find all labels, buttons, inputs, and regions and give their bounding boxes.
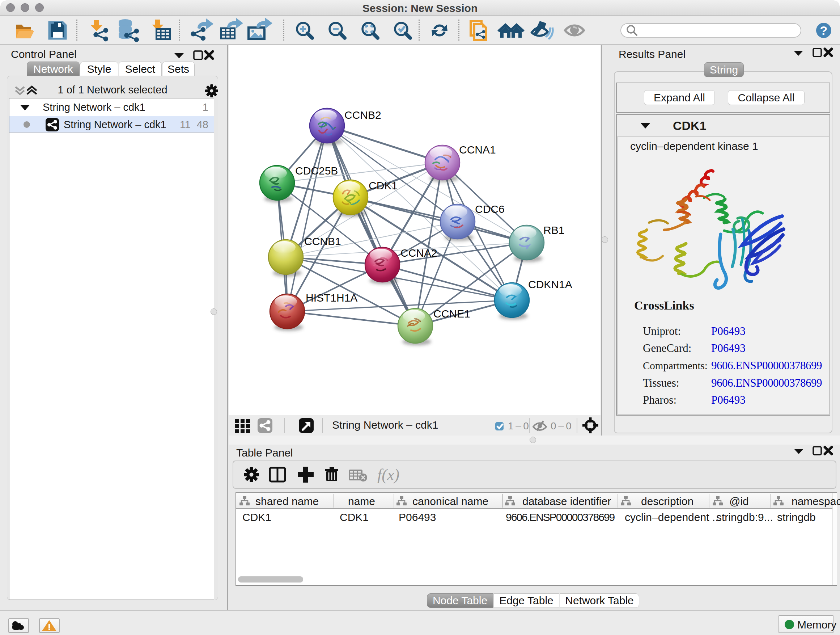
svg-text:CCNB1: CCNB1 xyxy=(304,235,341,247)
svg-text:CCNE1: CCNE1 xyxy=(433,308,470,320)
svg-text:CCNB2: CCNB2 xyxy=(344,109,381,121)
svg-text:CDK1: CDK1 xyxy=(369,180,398,192)
svg-text:CDC25B: CDC25B xyxy=(295,165,338,177)
svg-text:RB1: RB1 xyxy=(543,224,564,236)
svg-text:?: ? xyxy=(820,24,828,37)
svg-text:CCNA1: CCNA1 xyxy=(459,144,496,156)
svg-text:CCNA2: CCNA2 xyxy=(401,247,437,259)
svg-text:CDKN1A: CDKN1A xyxy=(528,279,572,290)
svg-text:CDC6: CDC6 xyxy=(475,203,505,215)
svg-text:HIST1H1A: HIST1H1A xyxy=(306,292,357,304)
